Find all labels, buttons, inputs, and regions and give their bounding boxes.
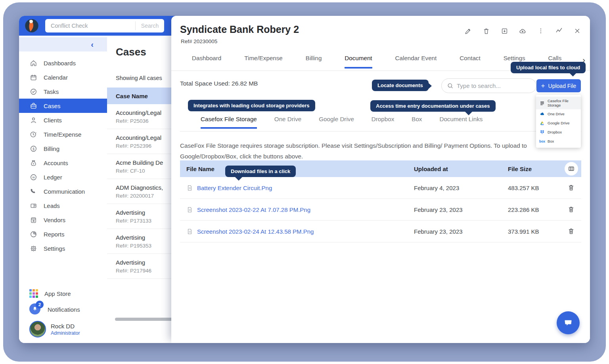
chat-widget-button[interactable] [557,311,580,334]
storage-provider-tabs: Casefox File Storage One Drive Google Dr… [180,116,581,131]
case-list-item[interactable]: Advertising Ref#: P217946 [107,254,171,279]
gear-icon [29,244,37,252]
cases-panel-title: Cases [116,46,171,58]
tooltip-arrow [569,73,576,76]
sidebar-item-reports[interactable]: Reports [19,227,107,241]
sidebar-item-label: Clients [44,117,62,124]
sidebar-item-label: Calendar [44,74,68,81]
file-link[interactable]: Screenshot 2023-02-22 At 7.07.28 PM.Png [197,206,310,213]
column-settings-button[interactable] [565,162,578,175]
document-row: Screenshot 2023-02-22 At 7.07.28 PM.Png … [180,199,581,221]
menu-item-one-drive[interactable]: One Drive [536,109,581,118]
storage-tab-box[interactable]: Box [412,116,422,127]
case-list-item[interactable]: Accounting/Legal Ref#: P25036 [107,104,171,129]
edit-icon[interactable] [464,27,472,35]
activity-icon[interactable] [555,27,563,35]
case-name: Advertising [116,259,171,266]
tab-time-expense[interactable]: Time/Expense [244,55,283,67]
user-role: Administrator [51,330,80,336]
cases-list-panel: Cases Showing All cases Case Name Accoun… [107,36,171,343]
more-options-icon[interactable] [537,27,545,35]
case-list-item[interactable]: Advertising Ref#: P195353 [107,229,171,254]
check-circle-icon [29,88,37,95]
sidebar-item-ledger[interactable]: $$ Ledger [19,170,107,184]
case-list-item[interactable]: Acme Building De Ref#: CF-10 [107,154,171,179]
user-profile[interactable]: Rock DD Administrator [29,321,104,337]
case-name: ADM Diagnostics, [116,184,171,191]
sidebar-item-calendar[interactable]: Calendar [19,70,107,84]
conflict-check-input[interactable]: Conflict Check [45,23,135,29]
menu-item-box[interactable]: box Box [536,137,581,146]
sidebar-item-label: Accounts [44,160,68,166]
column-file-size[interactable]: File Size [502,166,559,172]
tab-calendar-event[interactable]: Calendar Event [395,55,437,67]
conflict-search-button[interactable]: Search [136,23,164,29]
sidebar-collapse-button[interactable]: ‹ [19,37,107,51]
storage-tab-one-drive[interactable]: One Drive [274,116,301,127]
sidebar-item-clients[interactable]: Clients [19,113,107,127]
case-ref: Ref#: P252396 [116,143,171,149]
case-list-item[interactable]: Accounting/Legal Ref#: P252396 [107,129,171,154]
column-uploaded-at[interactable]: Uploaded at [408,166,502,172]
case-list-item[interactable]: ADM Diagnostics, Ref#: 20200017 [107,179,171,204]
file-link[interactable]: Battery Extender Circuit.Png [197,185,272,191]
case-ref: Ref#: P195353 [116,243,171,249]
case-ref: Ref#: CF-10 [116,168,171,174]
tab-document[interactable]: Document [345,55,372,69]
sidebar-item-vendors[interactable]: Vendors [19,213,107,227]
delete-file-icon[interactable] [567,184,575,192]
app-store-item[interactable]: App Store [29,289,104,298]
file-link[interactable]: Screenshot 2023-02-24 At 12.43.58 PM.Png [197,228,314,235]
case-ref: Ref#: 20200017 [116,193,171,199]
tab-billing[interactable]: Billing [306,55,322,67]
cases-showing-label: Showing All cases [116,75,171,81]
upload-file-label: Upload File [548,83,576,89]
sidebar-item-label: Tasks [44,88,59,95]
sidebar-item-dashboards[interactable]: Dashboards [19,56,107,70]
storage-tab-document-links[interactable]: Document Links [439,116,483,127]
upload-file-button[interactable]: + Upload File [536,79,581,92]
sidebar-item-communication[interactable]: Communication [19,184,107,198]
sidebar-item-tasks[interactable]: Tasks [19,84,107,99]
sidebar-item-billing[interactable]: $ Billing [19,141,107,156]
document-search[interactable]: Type to search... [441,78,536,93]
cloud-download-icon[interactable] [519,27,527,35]
sidebar-item-label: Leads [44,202,60,209]
delete-file-icon[interactable] [567,227,575,235]
case-name: Advertising [116,209,171,216]
delete-file-icon[interactable] [567,206,575,213]
upload-destination-menu: Casefox File Storage One Drive Google Dr… [536,95,581,148]
storage-tab-google-drive[interactable]: Google Drive [319,116,354,127]
screen: Conflict Check Search ‹ Dashboards Calen… [0,0,609,364]
dropbox-icon [540,130,545,135]
tab-contact[interactable]: Contact [460,55,480,67]
menu-item-google-drive[interactable]: Google Drive [536,118,581,128]
storage-tab-dropbox[interactable]: Dropbox [372,116,394,127]
horizontal-scrollbar[interactable] [115,318,171,321]
phone-icon [29,187,37,195]
case-name-column-header[interactable]: Case Name [107,88,171,104]
notification-badge: 2 [36,301,44,309]
sidebar-item-time-expense[interactable]: Time/Expense [19,127,107,141]
chevron-left-icon: ‹ [91,40,94,48]
sidebar-item-accounts[interactable]: $ Accounts [19,156,107,170]
file-icon [186,206,193,213]
notifications-label: Notifications [48,306,80,313]
conflict-check-search: Conflict Check Search [45,19,164,32]
notifications-item[interactable]: 2 Notifications [29,303,104,315]
case-list-item[interactable]: Advertising Ref#: P173133 [107,204,171,229]
delete-icon[interactable] [482,27,490,35]
sidebar-item-cases[interactable]: Cases [19,99,107,113]
menu-item-casefox-file-storage[interactable]: Casefox File Storage [536,97,581,109]
sidebar-item-leads[interactable]: Leads [19,198,107,213]
close-icon[interactable] [573,27,581,35]
storage-tab-casefox[interactable]: Casefox File Storage [201,116,257,129]
app-window: Conflict Check Search ‹ Dashboards Calen… [19,16,590,343]
archive-icon[interactable] [500,27,508,35]
tab-dashboard[interactable]: Dashboard [192,55,221,67]
box-icon: box [540,139,545,144]
ledger-icon: $$ [29,173,37,181]
sidebar-item-label: Settings [44,245,65,252]
menu-item-dropbox[interactable]: Dropbox [536,128,581,137]
sidebar-item-settings[interactable]: Settings [19,241,107,255]
